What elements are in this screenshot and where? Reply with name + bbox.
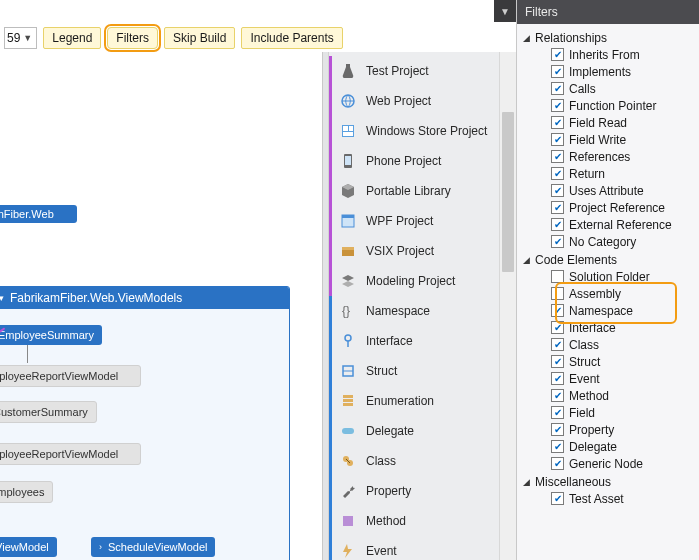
filter-item-solution-folder[interactable]: Solution Folder <box>551 268 699 285</box>
toolbox-item-label: Phone Project <box>366 154 441 168</box>
filter-item-implements[interactable]: Implements <box>551 63 699 80</box>
scroll-thumb[interactable] <box>502 112 514 272</box>
checkbox[interactable] <box>551 218 564 231</box>
checkbox[interactable] <box>551 423 564 436</box>
filter-item-delegate[interactable]: Delegate <box>551 438 699 455</box>
group-header[interactable]: ▾ FabrikamFiber.Web.ViewModels <box>0 287 289 309</box>
checkbox[interactable] <box>551 116 564 129</box>
toolbox-item-enumeration[interactable]: Enumeration <box>329 386 516 416</box>
filter-item-struct[interactable]: Struct <box>551 353 699 370</box>
checkbox[interactable] <box>551 133 564 146</box>
node-employees[interactable]: Employees <box>0 481 53 503</box>
toolbox-item-delegate[interactable]: Delegate <box>329 416 516 446</box>
panel-dropdown-toggle[interactable]: ▼ <box>494 0 516 22</box>
filter-item-class[interactable]: Class <box>551 336 699 353</box>
filter-item-interface[interactable]: Interface <box>551 319 699 336</box>
node-fabrikamfiber-web[interactable]: ıkamFiber.Web <box>0 205 77 223</box>
checkbox[interactable] <box>551 99 564 112</box>
checkbox[interactable] <box>551 355 564 368</box>
checkbox[interactable] <box>551 389 564 402</box>
accent-bar <box>329 506 332 536</box>
filter-item-assembly[interactable]: Assembly <box>551 285 699 302</box>
filter-item-property[interactable]: Property <box>551 421 699 438</box>
filter-item-return[interactable]: Return <box>551 165 699 182</box>
checkbox[interactable] <box>551 304 564 317</box>
svg-rect-18 <box>343 403 353 406</box>
checkbox[interactable] <box>551 201 564 214</box>
toolbox-item-web-project[interactable]: Web Project <box>329 86 516 116</box>
checkbox[interactable] <box>551 287 564 300</box>
filter-item-generic-node[interactable]: Generic Node <box>551 455 699 472</box>
legend-button[interactable]: Legend <box>43 27 101 49</box>
toolbox-item-struct[interactable]: Struct <box>329 356 516 386</box>
checkbox[interactable] <box>551 372 564 385</box>
filter-item-inherits-from[interactable]: Inherits From <box>551 46 699 63</box>
skip-build-button[interactable]: Skip Build <box>164 27 235 49</box>
filter-item-uses-attribute[interactable]: Uses Attribute <box>551 182 699 199</box>
filter-item-label: Struct <box>569 355 600 369</box>
checkbox[interactable] <box>551 457 564 470</box>
filter-item-calls[interactable]: Calls <box>551 80 699 97</box>
node-nviewmodel[interactable]: nViewModel <box>0 537 57 557</box>
node-report-vm-1[interactable]: mployeeReportViewModel <box>0 365 141 387</box>
filter-item-field[interactable]: Field <box>551 404 699 421</box>
filter-item-project-reference[interactable]: Project Reference <box>551 199 699 216</box>
checkbox[interactable] <box>551 270 564 283</box>
checkbox[interactable] <box>551 82 564 95</box>
filter-item-function-pointer[interactable]: Function Pointer <box>551 97 699 114</box>
filter-item-references[interactable]: References <box>551 148 699 165</box>
zoom-value: 59 <box>7 31 20 45</box>
toolbox-item-label: Modeling Project <box>366 274 455 288</box>
toolbox-item-modeling-project[interactable]: Modeling Project <box>329 266 516 296</box>
filter-item-method[interactable]: Method <box>551 387 699 404</box>
filter-item-test-asset[interactable]: Test Asset <box>551 490 699 507</box>
checkbox[interactable] <box>551 184 564 197</box>
filter-item-no-category[interactable]: No Category <box>551 233 699 250</box>
filter-item-event[interactable]: Event <box>551 370 699 387</box>
checkbox[interactable] <box>551 235 564 248</box>
node-report-vm-2[interactable]: mployeeReportViewModel <box>0 443 141 465</box>
filter-item-label: Event <box>569 372 600 386</box>
filter-item-label: Test Asset <box>569 492 624 506</box>
chevron-down-icon: ▼ <box>23 33 32 43</box>
accent-bar <box>329 236 332 266</box>
filters-button[interactable]: Filters <box>107 27 158 49</box>
checkbox[interactable] <box>551 492 564 505</box>
toolbox-item-property[interactable]: Property <box>329 476 516 506</box>
checkbox[interactable] <box>551 167 564 180</box>
filter-item-field-read[interactable]: Field Read <box>551 114 699 131</box>
scrollbar[interactable] <box>499 52 516 560</box>
checkbox[interactable] <box>551 338 564 351</box>
checkbox[interactable] <box>551 150 564 163</box>
toolbox-item-phone-project[interactable]: Phone Project <box>329 146 516 176</box>
node-employee-summary[interactable]: › EmployeeSummary <box>0 325 102 345</box>
toolbox-item-wpf-project[interactable]: WPF Project <box>329 206 516 236</box>
toolbox-item-label: VSIX Project <box>366 244 434 258</box>
filter-item-namespace[interactable]: Namespace <box>551 302 699 319</box>
node-schedule-vm[interactable]: › ScheduleViewModel <box>91 537 215 557</box>
checkbox[interactable] <box>551 65 564 78</box>
toolbox-item-method[interactable]: Method <box>329 506 516 536</box>
toolbox-item-test-project[interactable]: Test Project <box>329 56 516 86</box>
toolbox-item-namespace[interactable]: {}Namespace <box>329 296 516 326</box>
filter-item-field-write[interactable]: Field Write <box>551 131 699 148</box>
toolbox-item-vsix-project[interactable]: VSIX Project <box>329 236 516 266</box>
include-parents-button[interactable]: Include Parents <box>241 27 342 49</box>
filter-item-external-reference[interactable]: External Reference <box>551 216 699 233</box>
toolbox-item-event[interactable]: Event <box>329 536 516 560</box>
node-customer-summary[interactable]: tCustomerSummary <box>0 401 97 423</box>
toolbox-item-windows-store-project[interactable]: Windows Store Project <box>329 116 516 146</box>
toolbox-item-portable-library[interactable]: Portable Library <box>329 176 516 206</box>
toolbox-item-class[interactable]: Class <box>329 446 516 476</box>
checkbox[interactable] <box>551 406 564 419</box>
code-map-canvas[interactable]: ıkamFiber.Web ▾ FabrikamFiber.Web.ViewMo… <box>0 52 322 560</box>
filter-section-header[interactable]: ◢Relationships <box>523 30 699 46</box>
checkbox[interactable] <box>551 321 564 334</box>
group-viewmodels[interactable]: ▾ FabrikamFiber.Web.ViewModels › Employe… <box>0 286 290 560</box>
checkbox[interactable] <box>551 440 564 453</box>
toolbox-item-interface[interactable]: Interface <box>329 326 516 356</box>
filter-section-header[interactable]: ◢Miscellaneous <box>523 474 699 490</box>
checkbox[interactable] <box>551 48 564 61</box>
filter-section-header[interactable]: ◢Code Elements <box>523 252 699 268</box>
zoom-dropdown[interactable]: 59 ▼ <box>4 27 37 49</box>
